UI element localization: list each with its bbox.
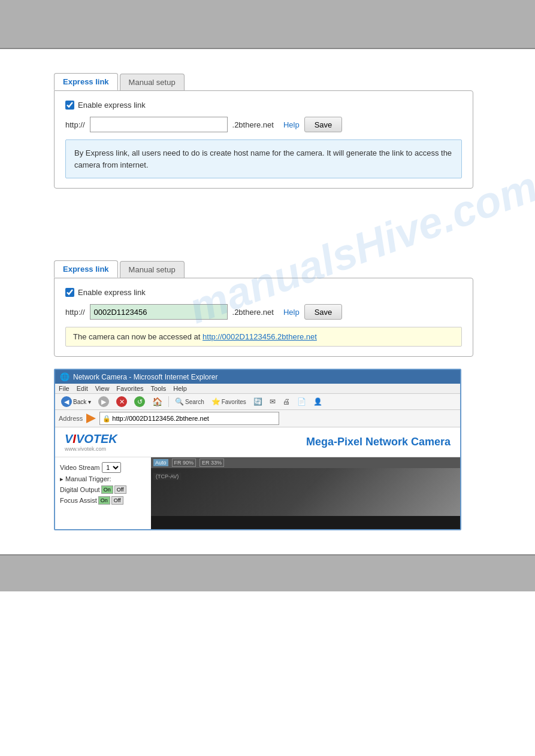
camera-body: Video Stream 1 ▸ Manual Trigger: Digital… [55, 457, 460, 529]
manual-trigger-row: ▸ Manual Trigger: [60, 475, 146, 483]
info-box-1: By Express link, all users need to do is… [65, 139, 462, 178]
forward-button[interactable]: ▶ [96, 396, 111, 408]
bottom-bar [0, 555, 535, 591]
stop-button[interactable]: ✕ [114, 396, 129, 408]
top-bar [0, 0, 535, 48]
address-input-wrapper: 🔒 [99, 412, 279, 425]
video-stream-row: Video Stream 1 [60, 462, 146, 473]
menu-favorites[interactable]: Favorites [116, 385, 143, 392]
tab-manual-setup-1[interactable]: Manual setup [120, 74, 185, 90]
toolbar-separator-1 [168, 396, 169, 407]
panel1-content: Enable express link http:// .2bthere.net… [54, 90, 473, 189]
camera-sidebar: Video Stream 1 ▸ Manual Trigger: Digital… [55, 457, 151, 529]
ie-address-row: Address 🔒 [55, 410, 460, 427]
enable-express-label-2[interactable]: Enable express link [65, 288, 146, 297]
refresh-button[interactable]: ↺ [132, 396, 147, 408]
menu-edit[interactable]: Edit [77, 385, 88, 392]
edit-button[interactable]: 📄 [295, 397, 309, 406]
menu-help[interactable]: Help [173, 385, 187, 392]
tcp-av-badge: (TCP-AV) [153, 473, 181, 480]
favorites-button[interactable]: ⭐ Favorites [209, 397, 249, 406]
enable-express-checkbox-2[interactable] [65, 288, 74, 297]
print-button[interactable]: 🖨 [280, 397, 292, 406]
menu-view[interactable]: View [95, 385, 110, 392]
vivotek-logo: VIVOTEK [65, 432, 117, 446]
help-link-1[interactable]: Help [283, 120, 300, 129]
vivotek-header: VIVOTEK www.vivotek.com Mega-Pixel Netwo… [55, 427, 460, 457]
http-prefix-2: http:// [65, 308, 85, 317]
auto-btn[interactable]: Auto [153, 459, 168, 466]
url-row-1: http:// .2bthere.net Help Save [65, 117, 462, 132]
enable-checkbox-row-1: Enable express link [65, 101, 462, 110]
vivotek-logo-block: VIVOTEK www.vivotek.com [65, 432, 117, 452]
focus-on[interactable]: On [98, 496, 110, 505]
ie-title: Network Camera - Microsoft Internet Expl… [73, 373, 217, 381]
ie-menubar: File Edit View Favorites Tools Help [55, 384, 460, 394]
media-button[interactable]: 🔄 [251, 397, 265, 406]
address-input[interactable] [112, 415, 276, 422]
menu-file[interactable]: File [59, 385, 69, 392]
camera-access-link[interactable]: http://0002D1123456.2bthere.net [202, 332, 317, 341]
camera-image-area [151, 468, 460, 516]
camera-title-text: Mega-Pixel Network Camera [306, 436, 451, 448]
menu-tools[interactable]: Tools [151, 385, 167, 392]
help-link-2[interactable]: Help [283, 308, 300, 317]
panel2-tabs: Express link Manual setup [54, 260, 473, 278]
url-row-2: http:// .2bthere.net Help Save [65, 304, 462, 320]
save-button-2[interactable]: Save [304, 304, 343, 320]
ie-titlebar: 🌐 Network Camera - Microsoft Internet Ex… [55, 370, 460, 384]
tab-manual-setup-2[interactable]: Manual setup [120, 261, 185, 278]
res-btn[interactable]: FR 90% [172, 459, 197, 467]
domain-suffix-2: .2bthere.net [232, 308, 274, 317]
host-input-1[interactable] [90, 117, 228, 132]
browser-screenshot: 🌐 Network Camera - Microsoft Internet Ex… [54, 369, 461, 530]
domain-suffix-1: .2bthere.net [232, 120, 274, 129]
tab-express-link-2[interactable]: Express link [54, 260, 118, 278]
back-button[interactable]: ◀ Back ▾ [59, 396, 93, 408]
save-button-1[interactable]: Save [304, 117, 343, 132]
search-button[interactable]: 🔍 Search [173, 397, 207, 406]
quality-btn[interactable]: ER 33% [200, 459, 224, 467]
enable-express-label-1[interactable]: Enable express link [65, 101, 146, 110]
stream-control-bar: Auto FR 90% ER 33% [151, 457, 460, 468]
host-input-2[interactable] [90, 304, 228, 320]
video-stream-select[interactable]: 1 [102, 462, 121, 473]
camera-view-panel: Auto FR 90% ER 33% (TCP-AV) [151, 457, 460, 529]
ie-icon: 🌐 [60, 372, 69, 381]
enable-express-checkbox-1[interactable] [65, 101, 74, 110]
tab-express-link-1[interactable]: Express link [54, 73, 118, 90]
enable-checkbox-row-2: Enable express link [65, 288, 462, 297]
focus-assist-row: Focus Assist On Off [60, 496, 146, 505]
messenger-button[interactable]: 👤 [311, 397, 325, 406]
digital-output-on[interactable]: On [101, 485, 113, 494]
digital-output-row: Digital Output On Off [60, 485, 146, 494]
mail-button[interactable]: ✉ [267, 397, 278, 406]
panel1-tabs: Express link Manual setup [54, 73, 473, 90]
panel1-wrapper: Express link Manual setup Enable express… [54, 73, 473, 189]
address-arrow-indicator [86, 414, 96, 423]
panel2-content: Enable express link http:// .2bthere.net… [54, 278, 473, 357]
panel2-wrapper: Express link Manual setup Enable express… [54, 260, 473, 357]
focus-off[interactable]: Off [111, 496, 123, 505]
http-prefix-1: http:// [65, 120, 85, 129]
access-box: The camera can now be accessed at http:/… [65, 327, 462, 347]
digital-output-off[interactable]: Off [114, 485, 126, 494]
home-button[interactable]: 🏠 [150, 396, 165, 407]
camera-content: VIVOTEK www.vivotek.com Mega-Pixel Netwo… [55, 427, 460, 529]
ie-toolbar: ◀ Back ▾ ▶ ✕ ↺ 🏠 🔍 Search ⭐ Favorit [55, 394, 460, 410]
lock-icon: 🔒 [102, 415, 111, 423]
address-label: Address [59, 415, 83, 422]
vivotek-subtitle: www.vivotek.com [65, 446, 117, 452]
